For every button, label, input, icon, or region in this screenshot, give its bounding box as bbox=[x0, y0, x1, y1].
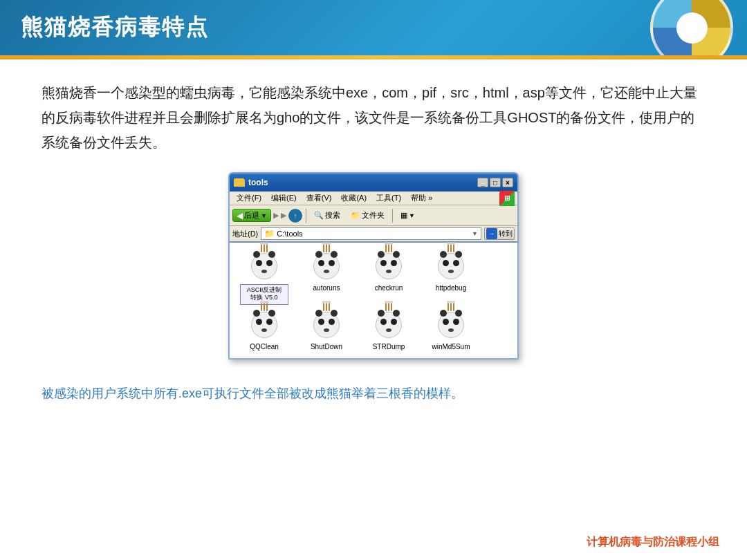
file-label-shutdown: ShutDown bbox=[311, 343, 342, 351]
panda-icon-httpdebug bbox=[434, 250, 468, 283]
panda-icon-winmd5sum bbox=[434, 308, 468, 342]
menu-file[interactable]: 文件(F) bbox=[232, 192, 266, 204]
incense-container bbox=[261, 244, 268, 252]
panda-ear-left bbox=[253, 251, 260, 258]
highlight-text: 被感染的用户系统中所有.exe可执行文件全部被改成熊猫举着三根香的模样。 bbox=[42, 384, 706, 404]
file-item-strdump[interactable]: STRDump bbox=[361, 308, 416, 351]
up-button[interactable]: ↑ bbox=[288, 209, 302, 223]
menu-edit[interactable]: 编辑(E) bbox=[267, 192, 301, 204]
incense-container-8 bbox=[448, 303, 454, 311]
file-label-checkrun: checkrun bbox=[375, 284, 403, 292]
explorer-menubar: 文件(F) 编辑(E) 查看(V) 收藏(A) 工具(T) 帮助 » ⊞ bbox=[230, 192, 517, 205]
folders-icon: 📁 bbox=[351, 211, 360, 220]
file-item-httpdebug[interactable]: httpdebug bbox=[423, 250, 479, 292]
search-label: 搜索 bbox=[325, 210, 340, 221]
panda-face-autoruns bbox=[313, 253, 340, 279]
footer: 计算机病毒与防治课程小组 bbox=[587, 535, 719, 550]
bottom-section: 被感染的用户系统中所有.exe可执行文件全部被改成熊猫举着三根香的模样。 bbox=[0, 373, 747, 411]
file-label-strdump: STRDump bbox=[373, 343, 405, 351]
file-label-autoruns: autoruns bbox=[313, 284, 340, 292]
windows-logo-icon: ⊞ bbox=[499, 191, 515, 206]
address-label: 地址(D) bbox=[232, 229, 258, 239]
panda-face-httpdebug bbox=[438, 253, 464, 279]
address-value: C:\tools bbox=[277, 230, 302, 238]
panda-ear-right bbox=[268, 251, 275, 258]
explorer-addressbar: 地址(D) 📁 C:\tools ▼ → 转到 bbox=[230, 226, 517, 243]
explorer-toolbar: ◀ 后退 ▼ ▶ ▶ ↑ 🔍 搜索 📁 文件夹 ▦ ▼ bbox=[230, 205, 517, 226]
incense-stick-a1 bbox=[323, 244, 324, 252]
search-button[interactable]: 🔍 搜索 bbox=[310, 208, 344, 223]
back-label: 后退 bbox=[244, 210, 259, 221]
search-icon: 🔍 bbox=[314, 211, 324, 220]
panda-eye-right bbox=[266, 260, 273, 266]
explorer-window: tools _ □ × 文件(F) 编辑(E) 查看(V) 收藏(A) 工具(T… bbox=[228, 172, 519, 360]
view-icon: ▦ bbox=[400, 211, 407, 220]
folder-icon bbox=[234, 178, 245, 187]
file-item-checkrun[interactable]: checkrun bbox=[361, 250, 416, 292]
header-bar: 熊猫烧香病毒特点 bbox=[0, 0, 747, 55]
window-title: tools bbox=[248, 178, 268, 187]
page-title: 熊猫烧香病毒特点 bbox=[21, 12, 209, 43]
toolbar-separator2 bbox=[392, 209, 393, 223]
menu-view[interactable]: 查看(V) bbox=[302, 192, 336, 204]
main-content: 熊猫烧香一个感染型的蠕虫病毒，它能感染系统中exe，com，pif，src，ht… bbox=[0, 59, 747, 373]
close-button[interactable]: × bbox=[502, 178, 513, 187]
panda-icon-qqclean bbox=[248, 308, 281, 342]
file-item-qqclean[interactable]: QQClean bbox=[237, 308, 292, 351]
go-arrow-icon: → bbox=[486, 228, 497, 239]
panda-icon-shutdown bbox=[310, 308, 343, 342]
deco-circle bbox=[650, 0, 733, 55]
panda-icon-checkrun bbox=[372, 250, 405, 283]
footer-text: 计算机病毒与防治课程小组 bbox=[587, 536, 719, 548]
file-label-winmd5sum: winMd5Sum bbox=[432, 343, 470, 351]
go-label: 转到 bbox=[499, 229, 513, 239]
go-button[interactable]: → 转到 bbox=[484, 227, 515, 240]
panda-icon-strdump bbox=[372, 308, 405, 342]
file-row-1: ASCII反进制转换 V5.0 bbox=[237, 250, 510, 305]
back-button[interactable]: ◀ 后退 ▼ bbox=[232, 209, 271, 222]
incense-stick-2 bbox=[264, 244, 265, 252]
toolbar-separator bbox=[306, 209, 306, 223]
panda-icon-autoruns bbox=[310, 250, 343, 283]
titlebar-controls: _ □ × bbox=[477, 178, 513, 187]
menu-favorites[interactable]: 收藏(A) bbox=[337, 192, 371, 204]
file-item-ascii[interactable]: ASCII反进制转换 V5.0 bbox=[237, 250, 292, 305]
incense-stick-3 bbox=[266, 244, 268, 252]
incense-container-5 bbox=[261, 303, 268, 311]
incense-container-6 bbox=[323, 303, 330, 311]
view-button[interactable]: ▦ ▼ bbox=[396, 209, 419, 222]
file-item-autoruns[interactable]: autoruns bbox=[299, 250, 354, 292]
file-label-qqclean: QQClean bbox=[250, 343, 279, 351]
file-row-2: QQClean bbox=[237, 308, 510, 351]
incense-stick-1 bbox=[261, 244, 262, 252]
panda-face-shutdown bbox=[313, 312, 340, 338]
panda-face-winmd5sum bbox=[438, 312, 464, 338]
maximize-button[interactable]: □ bbox=[490, 178, 501, 187]
incense-container-3 bbox=[385, 244, 392, 252]
folders-label: 文件夹 bbox=[362, 210, 385, 221]
menu-tools[interactable]: 工具(T) bbox=[372, 192, 405, 204]
incense-container-2 bbox=[323, 244, 330, 252]
panda-icon-ascii bbox=[248, 250, 281, 283]
incense-container-4 bbox=[448, 244, 454, 252]
minimize-button[interactable]: _ bbox=[477, 178, 488, 187]
explorer-titlebar: tools _ □ × bbox=[230, 174, 517, 192]
panda-face-checkrun bbox=[376, 253, 402, 279]
panda-face bbox=[251, 253, 277, 279]
panda-face-strdump bbox=[376, 312, 402, 338]
address-field[interactable]: 📁 C:\tools ▼ bbox=[261, 227, 481, 240]
file-item-winmd5sum[interactable]: winMd5Sum bbox=[423, 308, 479, 351]
panda-eye-left bbox=[256, 260, 262, 266]
deco-circle-inner bbox=[676, 12, 708, 44]
file-label-httpdebug: httpdebug bbox=[436, 284, 467, 292]
titlebar-left: tools bbox=[234, 178, 268, 187]
menu-help[interactable]: 帮助 » bbox=[407, 192, 436, 204]
incense-stick-a3 bbox=[329, 244, 330, 252]
panda-nose bbox=[261, 270, 267, 273]
explorer-content: ASCII反进制转换 V5.0 bbox=[230, 243, 517, 358]
panda-face-qqclean bbox=[251, 312, 277, 338]
incense-container-7 bbox=[385, 303, 392, 311]
folders-button[interactable]: 📁 文件夹 bbox=[347, 208, 389, 223]
incense-stick-a2 bbox=[326, 244, 327, 252]
file-item-shutdown[interactable]: ShutDown bbox=[299, 308, 354, 351]
